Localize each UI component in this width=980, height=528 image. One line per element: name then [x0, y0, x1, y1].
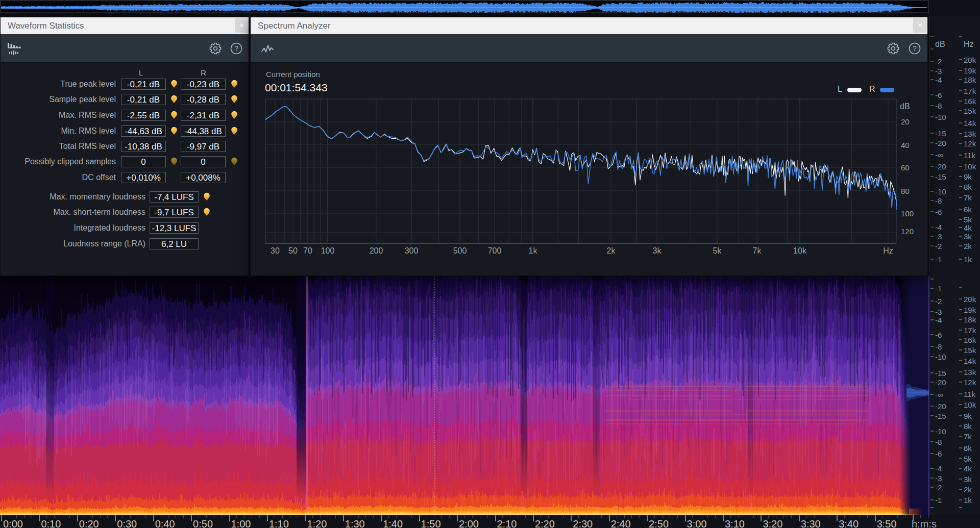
svg-text:?: ?	[234, 44, 238, 53]
svg-text:?: ?	[913, 44, 917, 53]
